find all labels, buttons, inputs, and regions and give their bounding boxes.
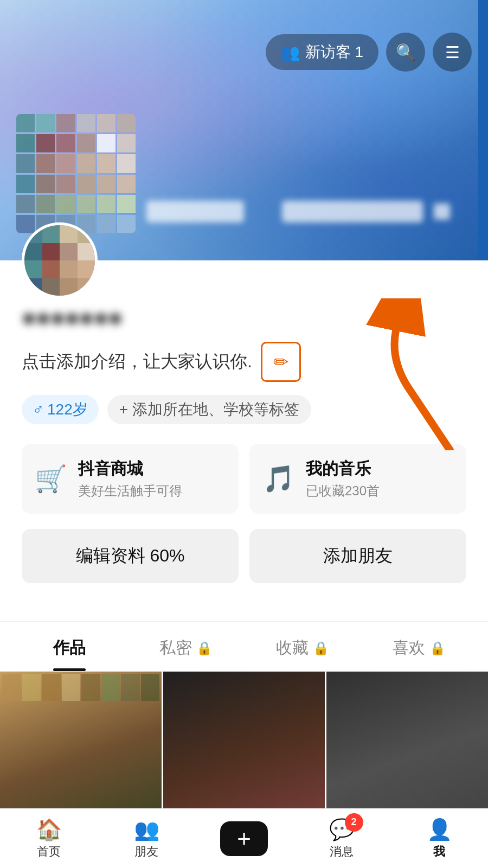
bio-row: 点击添加介绍，让大家认识你. ✏ [22, 342, 466, 382]
message-badge: 2 [345, 813, 363, 832]
menu-button[interactable]: ☰ [433, 33, 472, 72]
profile-banner: 👥 新访客 1 🔍 ☰ [0, 0, 488, 260]
me-label: 我 [433, 844, 445, 860]
avatar [22, 222, 98, 298]
top-bar: 👥 新访客 1 🔍 ☰ [266, 33, 472, 72]
gender-age-tag: ♂ 122岁 [22, 395, 99, 424]
tabs-row: 作品 私密 🔒 收藏 🔒 喜欢 🔒 [0, 622, 488, 672]
me-icon: 👤 [427, 818, 452, 841]
search-button[interactable]: 🔍 [386, 33, 425, 72]
visitor-label: 新访客 1 [305, 42, 363, 62]
gender-symbol: ♂ [33, 401, 44, 418]
shop-title: 抖音商城 [78, 458, 182, 480]
visitor-button[interactable]: 👥 新访客 1 [266, 34, 378, 70]
friends-icon: 👥 [134, 818, 159, 841]
tab-likes-label: 喜欢 [393, 637, 425, 659]
tab-private[interactable]: 私密 🔒 [127, 622, 244, 671]
music-subtitle: 已收藏230首 [306, 482, 380, 500]
tab-favorites[interactable]: 收藏 🔒 [244, 622, 361, 671]
likes-lock-icon: 🔒 [429, 641, 446, 656]
bottom-nav: 🏠 首页 👥 朋友 + 💬 2 消息 👤 我 [0, 808, 488, 868]
favorites-lock-icon: 🔒 [313, 641, 329, 656]
action-buttons-row: 编辑资料 60% 添加朋友 [22, 529, 466, 583]
music-card[interactable]: 🎵 我的音乐 已收藏230首 [249, 444, 466, 514]
tab-favorites-label: 收藏 [276, 637, 309, 659]
home-icon: 🏠 [36, 818, 62, 841]
bio-text: 点击添加介绍，让大家认识你. [22, 350, 252, 374]
nav-home[interactable]: 🏠 首页 [0, 813, 98, 864]
music-title: 我的音乐 [306, 458, 380, 480]
profile-name: ●●●●●●● [22, 304, 466, 331]
search-icon: 🔍 [396, 43, 416, 62]
menu-icon: ☰ [445, 43, 460, 62]
shop-subtitle: 美好生活触手可得 [78, 482, 182, 500]
create-plus-button[interactable]: + [220, 821, 268, 856]
banner-right-edge [478, 0, 488, 260]
add-tag-button[interactable]: + 添加所在地、学校等标签 [107, 395, 311, 424]
nav-me[interactable]: 👤 我 [390, 813, 488, 864]
nav-create[interactable]: + [195, 821, 293, 856]
profile-section: ●●●●●●● 点击添加介绍，让大家认识你. ✏ ♂ 122岁 + 添加所在地、… [0, 260, 488, 621]
pencil-icon: ✏ [273, 351, 288, 373]
tab-likes[interactable]: 喜欢 🔒 [361, 622, 477, 671]
private-lock-icon: 🔒 [196, 641, 213, 656]
shop-icon: 🛒 [35, 464, 67, 494]
edit-profile-button[interactable]: 编辑资料 60% [22, 529, 239, 583]
messages-icon: 💬 2 [329, 818, 355, 841]
visitor-icon: 👥 [281, 43, 300, 61]
age-label: 122岁 [47, 399, 88, 420]
add-friend-button[interactable]: 添加朋友 [249, 529, 466, 583]
banner-mosaic-left [16, 114, 136, 233]
shop-card[interactable]: 🛒 抖音商城 美好生活触手可得 [22, 444, 239, 514]
music-content: 我的音乐 已收藏230首 [306, 458, 380, 500]
tab-private-label: 私密 [159, 637, 192, 659]
tags-row: ♂ 122岁 + 添加所在地、学校等标签 [22, 395, 466, 424]
home-label: 首页 [37, 844, 61, 860]
music-icon: 🎵 [262, 464, 295, 494]
edit-bio-button[interactable]: ✏ [261, 342, 301, 382]
tab-works[interactable]: 作品 [11, 622, 127, 671]
banner-info-blurred [146, 201, 450, 222]
nav-messages[interactable]: 💬 2 消息 [293, 813, 390, 864]
add-tag-label: + 添加所在地、学校等标签 [119, 399, 299, 420]
plus-icon: + [237, 825, 251, 852]
friends-label: 朋友 [134, 844, 158, 860]
nav-friends[interactable]: 👥 朋友 [98, 813, 195, 864]
shop-content: 抖音商城 美好生活触手可得 [78, 458, 182, 500]
messages-label: 消息 [330, 844, 354, 860]
tab-works-label: 作品 [53, 637, 86, 659]
feature-cards-row: 🛒 抖音商城 美好生活触手可得 🎵 我的音乐 已收藏230首 [22, 444, 466, 514]
